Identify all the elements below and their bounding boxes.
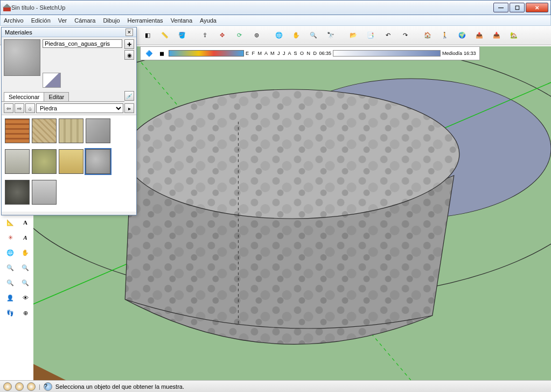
time-slider[interactable] <box>333 50 441 57</box>
status-credits-icon[interactable] <box>15 382 24 391</box>
layers-icon[interactable]: 📑 <box>363 28 378 43</box>
materials-tab-select[interactable]: Seleccionar <box>4 92 44 101</box>
push-pull-icon[interactable]: ⇪ <box>197 28 212 43</box>
pan-tool-icon[interactable]: ✋ <box>289 28 304 43</box>
status-help-icon[interactable]: ? <box>44 382 52 391</box>
swatch-marble-green[interactable] <box>32 149 57 174</box>
large-toolset: 📐 A ✳ A 🌐 ✋ 🔍 🔍 🔍 🔍 👤 👁 👣 ⊕ <box>3 215 33 320</box>
swatch-granite-gray[interactable] <box>86 149 110 174</box>
zoom-icon[interactable]: 🔍 <box>3 261 17 275</box>
menu-ver[interactable]: Ver <box>58 17 67 24</box>
house-icon[interactable]: 🏠 <box>420 28 435 43</box>
menu-archivo[interactable]: Archivo <box>4 17 24 24</box>
maximize-button[interactable]: ☐ <box>510 3 525 12</box>
material-library-select[interactable]: Piedra <box>36 103 123 113</box>
globe-icon[interactable]: 🌍 <box>455 28 470 43</box>
materials-close-icon[interactable]: ✕ <box>125 29 133 36</box>
materials-nav: ⇦ ⇨ ⌂ Piedra ▸ <box>2 102 136 115</box>
text-tool-icon[interactable]: A <box>18 215 32 229</box>
swatch-flagstone-gray[interactable] <box>86 118 110 143</box>
materials-panel-title: Materiales <box>5 29 32 36</box>
prev-view-icon[interactable]: 🔍 <box>3 276 17 290</box>
import-icon[interactable]: 📥 <box>489 28 504 43</box>
orbit-tool-icon[interactable]: 🌐 <box>271 28 287 43</box>
3dtext-tool-icon[interactable]: A <box>18 230 32 244</box>
eraser-tool-icon[interactable]: ◧ <box>140 28 155 43</box>
materials-panel[interactable]: Materiales ✕ ✚ ◉ Seleccionar Editar 💉 ⇦ … <box>1 27 137 215</box>
swatch-granite-dark[interactable] <box>5 180 30 205</box>
material-swatch-grid <box>2 115 136 212</box>
month-slider[interactable] <box>169 50 244 57</box>
minimize-button[interactable]: — <box>493 3 508 12</box>
nav-back-icon[interactable]: ⇦ <box>4 103 13 113</box>
app-icon <box>3 3 11 12</box>
eyedropper-icon[interactable]: 💉 <box>124 91 134 101</box>
paint-tool-icon[interactable]: 🪣 <box>175 28 190 43</box>
time-end: 16:33 <box>464 51 476 56</box>
tape-measure-icon[interactable]: 📐 <box>3 215 17 229</box>
menu-ventana[interactable]: Ventana <box>171 17 192 24</box>
material-name-field[interactable] <box>43 39 122 48</box>
swatch-travertine[interactable] <box>5 149 30 174</box>
zoom-window-icon[interactable]: 🔍 <box>18 261 32 275</box>
undo-icon[interactable]: ↶ <box>380 28 395 43</box>
swatch-concrete-light[interactable] <box>32 180 57 205</box>
library-menu-icon[interactable]: ▸ <box>124 103 134 113</box>
menu-herramientas[interactable]: Herramientas <box>128 17 163 24</box>
zoom-tool-icon[interactable]: 🔍 <box>306 28 321 43</box>
walk-icon[interactable]: 👣 <box>3 306 17 320</box>
foreground-background-swatch[interactable] <box>43 73 61 88</box>
shadow-toolbar: 🔷 ◼ E F M A M J J A S O N D 06:35 Mediod… <box>140 46 480 60</box>
status-geo-icon[interactable] <box>3 382 12 391</box>
time-noon: Mediodía <box>442 51 462 56</box>
create-material-icon[interactable]: ✚ <box>124 39 134 49</box>
section-icon[interactable]: ⊕ <box>18 306 32 320</box>
look-around-icon[interactable]: 👁 <box>18 291 32 305</box>
window-titlebar: Sin título - SketchUp — ☐ ✕ <box>0 0 551 15</box>
shadow-toggle-icon[interactable]: ◼ <box>156 48 167 59</box>
svg-point-15 <box>125 89 459 219</box>
materials-panel-titlebar[interactable]: Materiales ✕ <box>2 27 136 37</box>
materials-tab-edit[interactable]: Editar <box>44 92 69 101</box>
shadow-info-icon[interactable]: 🔷 <box>144 48 155 59</box>
status-hint: Selecciona un objeto del que obtener la … <box>55 383 184 390</box>
menu-edicion[interactable]: Edición <box>31 17 51 24</box>
nav-forward-icon[interactable]: ⇨ <box>15 103 24 113</box>
rotate-tool-icon[interactable]: ⟳ <box>232 28 247 43</box>
material-preview-swatch <box>4 39 40 76</box>
swatch-sandstone-brick[interactable] <box>5 118 30 143</box>
svg-rect-0 <box>3 8 11 11</box>
swatch-sandstone-yellow[interactable] <box>59 149 83 174</box>
redo-icon[interactable]: ↷ <box>397 28 413 43</box>
status-claim-icon[interactable] <box>27 382 36 391</box>
menu-ayuda[interactable]: Ayuda <box>200 17 217 24</box>
swatch-limestone-block[interactable] <box>59 118 83 143</box>
orbit-icon[interactable]: 🌐 <box>3 246 17 260</box>
open-icon[interactable]: 📂 <box>346 28 361 43</box>
svg-marker-1 <box>3 4 11 8</box>
menubar: Archivo Edición Ver Cámara Dibujo Herram… <box>0 15 551 26</box>
nav-home-icon[interactable]: ⌂ <box>25 103 35 113</box>
position-camera-icon[interactable]: 👤 <box>3 291 17 305</box>
export-icon[interactable]: 📤 <box>472 28 487 43</box>
zoom-extents-icon[interactable]: 🔭 <box>323 28 338 43</box>
menu-dibujo[interactable]: Dibujo <box>103 17 120 24</box>
menu-camara[interactable]: Cámara <box>74 17 95 24</box>
close-button[interactable]: ✕ <box>526 3 548 12</box>
model-house-icon[interactable]: 🏡 <box>506 28 521 43</box>
pan-icon[interactable]: ✋ <box>18 246 32 260</box>
axes-tool-icon[interactable]: ✳ <box>3 230 17 244</box>
person-icon[interactable]: 🚶 <box>437 28 452 43</box>
move-tool-icon[interactable]: ✥ <box>214 28 229 43</box>
window-title: Sin título - SketchUp <box>11 4 493 11</box>
set-default-icon[interactable]: ◉ <box>124 50 134 60</box>
next-view-icon[interactable]: 🔍 <box>18 276 32 290</box>
month-scale: E F M A M J J A S O N D <box>246 51 318 56</box>
swatch-ashlar-tan[interactable] <box>32 118 57 143</box>
offset-tool-icon[interactable]: ⊚ <box>249 28 264 43</box>
status-bar: | ? Selecciona un objeto del que obtener… <box>0 380 551 392</box>
tape-tool-icon[interactable]: 📏 <box>157 28 172 43</box>
time-start: 06:35 <box>319 51 332 56</box>
